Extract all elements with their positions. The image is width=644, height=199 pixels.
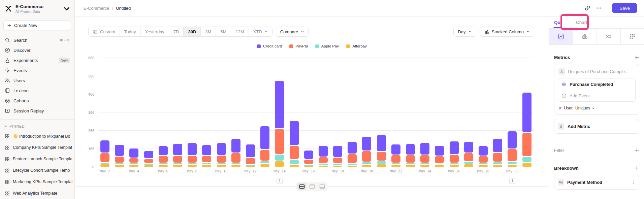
- bar-segment-apple-pay[interactable]: [420, 163, 429, 164]
- sidebar-item-events[interactable]: Events: [0, 65, 74, 75]
- bar-segment-afterpay[interactable]: [493, 165, 502, 167]
- bar-segment-afterpay[interactable]: [202, 165, 211, 167]
- metric-a-row[interactable]: A Uniques of Purchase Comple...: [558, 68, 636, 78]
- report-type-tab-flow[interactable]: [597, 29, 620, 44]
- layout-table-only-button[interactable]: [318, 183, 327, 190]
- pinned-section-header[interactable]: PINNED: [0, 123, 74, 130]
- bar-may-8[interactable]: [185, 58, 199, 167]
- bar-segment-paypal[interactable]: [508, 149, 517, 161]
- bar-may-18[interactable]: [330, 58, 345, 167]
- bar-segment-apple-pay[interactable]: [362, 162, 371, 164]
- bar-segment-credit-card[interactable]: [188, 143, 197, 155]
- bar-segment-afterpay[interactable]: [406, 165, 415, 167]
- bar-segment-paypal[interactable]: [450, 155, 459, 162]
- bar-may-5[interactable]: [141, 58, 156, 167]
- bar-segment-apple-pay[interactable]: [479, 163, 488, 164]
- bar-segment-afterpay[interactable]: [173, 165, 182, 167]
- add-metric-plus-icon[interactable]: [634, 55, 639, 60]
- bar-segment-apple-pay[interactable]: [188, 163, 197, 164]
- breadcrumb-report-title[interactable]: Untitled: [116, 6, 131, 11]
- bar-segment-credit-card[interactable]: [479, 146, 488, 156]
- pinned-item[interactable]: 👋 Introduction to Mixpanel Bo: [0, 130, 74, 142]
- compare-button[interactable]: Compare: [276, 27, 309, 37]
- bar-segment-paypal[interactable]: [348, 154, 357, 163]
- bar-segment-credit-card[interactable]: [464, 142, 473, 153]
- tab-query[interactable]: Query: [554, 16, 567, 28]
- report-type-tab-bars[interactable]: [573, 29, 597, 44]
- bar-segment-credit-card[interactable]: [217, 143, 226, 155]
- date-range-3m[interactable]: 3M: [200, 27, 216, 36]
- bar-may-19[interactable]: [345, 58, 359, 167]
- bar-segment-credit-card[interactable]: [129, 148, 138, 158]
- bar-segment-afterpay[interactable]: [319, 166, 328, 167]
- date-range-xtd[interactable]: XTD: [249, 27, 272, 36]
- measure-type-dropdown[interactable]: Uniques: [575, 106, 595, 110]
- bar-segment-apple-pay[interactable]: [260, 161, 269, 163]
- breakdown-row[interactable]: Aa Payment Method: [554, 175, 639, 189]
- bar-may-24[interactable]: [418, 58, 432, 167]
- bar-segment-paypal[interactable]: [260, 150, 269, 161]
- layout-split-button[interactable]: [297, 183, 307, 190]
- bar-segment-paypal[interactable]: [493, 153, 502, 162]
- bar-may-4[interactable]: [127, 58, 141, 167]
- tab-chart[interactable]: Chart: [576, 16, 587, 28]
- bar-segment-credit-card[interactable]: [493, 139, 502, 153]
- bar-segment-credit-card[interactable]: [246, 144, 255, 157]
- bar-segment-credit-card[interactable]: [406, 144, 415, 155]
- bar-may-17[interactable]: [316, 58, 330, 167]
- bar-segment-paypal[interactable]: [319, 157, 328, 163]
- bar-segment-apple-pay[interactable]: [100, 163, 109, 164]
- bar-segment-afterpay[interactable]: [260, 164, 269, 167]
- bar-may-21[interactable]: [374, 58, 389, 167]
- add-breakdown-plus-icon[interactable]: [634, 166, 639, 171]
- bar-may-14[interactable]: [272, 58, 287, 167]
- bar-segment-afterpay[interactable]: [450, 165, 459, 167]
- sidebar-item-search[interactable]: Search⌘ + K: [0, 35, 74, 45]
- pinned-item[interactable]: Company KPIs Sample Templat: [0, 142, 74, 153]
- bar-may-28[interactable]: [476, 58, 490, 167]
- sidebar-item-cohorts[interactable]: Cohorts: [0, 96, 74, 106]
- add-metric-row[interactable]: B Add Metric: [554, 119, 639, 133]
- bar-segment-apple-pay[interactable]: [406, 163, 415, 164]
- bar-segment-paypal[interactable]: [144, 159, 153, 163]
- sidebar-item-users[interactable]: Users: [0, 75, 74, 86]
- bar-may-13[interactable]: [258, 58, 272, 167]
- bar-segment-credit-card[interactable]: [202, 145, 211, 155]
- bar-segment-paypal[interactable]: [362, 151, 371, 162]
- bar-segment-apple-pay[interactable]: [159, 163, 168, 164]
- pinned-item[interactable]: Lifecycle Cohort Sample Temp: [0, 165, 74, 176]
- measure-entity[interactable]: User: [564, 106, 573, 110]
- bar-segment-apple-pay[interactable]: [290, 160, 299, 164]
- sidebar-item-lexicon[interactable]: Lexicon: [0, 86, 74, 96]
- bar-segment-afterpay[interactable]: [144, 165, 153, 167]
- bar-segment-afterpay[interactable]: [217, 165, 226, 167]
- bar-may-27[interactable]: [461, 58, 476, 167]
- bar-may-7[interactable]: [170, 58, 185, 167]
- bar-segment-afterpay[interactable]: [290, 165, 299, 167]
- date-range-6m[interactable]: 6M: [216, 27, 231, 36]
- bar-may-9[interactable]: [199, 58, 214, 167]
- bar-may-6[interactable]: [156, 58, 170, 167]
- bar-segment-paypal[interactable]: [377, 152, 386, 161]
- date-range-30d[interactable]: 30D: [183, 27, 200, 36]
- bar-segment-credit-card[interactable]: [348, 142, 357, 153]
- bar-segment-apple-pay[interactable]: [115, 163, 124, 164]
- bar-segment-afterpay[interactable]: [522, 163, 532, 167]
- bar-may-25[interactable]: [432, 58, 447, 167]
- bar-may-22[interactable]: [389, 58, 403, 167]
- bar-segment-apple-pay[interactable]: [435, 164, 444, 164]
- bar-segment-apple-pay[interactable]: [450, 163, 459, 164]
- bar-may-16[interactable]: [301, 58, 316, 167]
- bar-may-2[interactable]: [98, 58, 112, 167]
- report-type-tab-retention[interactable]: [620, 29, 644, 44]
- bar-segment-apple-pay[interactable]: [304, 165, 313, 165]
- bar-segment-afterpay[interactable]: [391, 165, 400, 167]
- bar-segment-paypal[interactable]: [391, 155, 400, 163]
- date-range-today[interactable]: Today: [120, 27, 140, 36]
- bar-segment-credit-card[interactable]: [260, 126, 269, 149]
- bar-segment-credit-card[interactable]: [159, 146, 168, 155]
- more-options-icon[interactable]: [595, 5, 602, 11]
- bar-segment-paypal[interactable]: [406, 155, 415, 163]
- date-range-custom[interactable]: Custom: [89, 27, 120, 36]
- bar-segment-apple-pay[interactable]: [348, 164, 357, 165]
